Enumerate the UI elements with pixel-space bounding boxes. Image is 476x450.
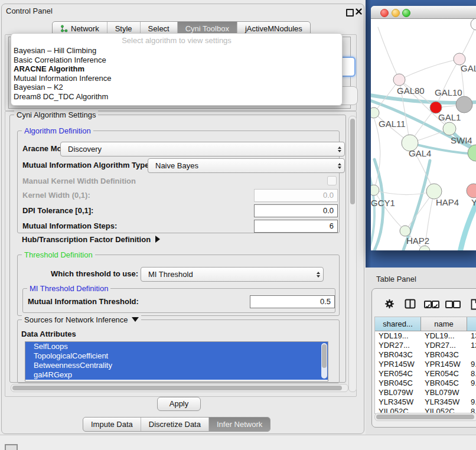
settings-hscroll-thumb[interactable]	[12, 386, 342, 390]
table-cell[interactable]: YBR045C	[375, 379, 421, 388]
network-node[interactable]	[456, 96, 472, 113]
table-cell[interactable]: 9.	[467, 397, 476, 407]
network-node[interactable]	[371, 107, 379, 118]
table-row[interactable]: YBL079WYBL079W	[375, 388, 476, 397]
attribute-list-item[interactable]: TopologicalCoefficient	[25, 351, 328, 361]
attribute-list-item[interactable]: SelfLoops	[25, 342, 328, 351]
table-cell[interactable]: 13	[467, 331, 476, 341]
algorithm-option[interactable]: Mutual Information Inference	[11, 74, 342, 83]
zoom-traffic-light[interactable]	[402, 9, 410, 17]
algorithm-option[interactable]: ARACNE Algorithm	[11, 64, 342, 74]
network-node[interactable]	[393, 74, 405, 86]
table-cell[interactable]: YDR27...	[421, 341, 467, 350]
manual-kernel-checkbox[interactable]	[327, 176, 337, 185]
table-hscroll-thumb[interactable]	[376, 415, 474, 419]
algorithm-option[interactable]: Basic Correlation Inference	[11, 56, 342, 65]
table-cell[interactable]: YDR27...	[375, 341, 421, 350]
table-cell[interactable]: YLR345W	[421, 397, 467, 407]
tab-discretize-data[interactable]: Discretize Data	[141, 418, 208, 431]
table-cell[interactable]: YLR345W	[375, 397, 421, 407]
minimized-panel-icon[interactable]	[5, 444, 18, 450]
table-row[interactable]: YBR043CYBR043C	[375, 350, 476, 360]
kernel-width-field[interactable]: 0.0	[254, 189, 338, 202]
node-table[interactable]: shared...nameA YDL19...YDL19...13YDR27..…	[374, 317, 476, 414]
checked-checkbox-icon[interactable]	[432, 301, 439, 308]
float-window-icon[interactable]	[346, 9, 354, 17]
table-cell[interactable]: YBR043C	[375, 350, 421, 360]
network-edge[interactable]	[399, 59, 459, 80]
close-traffic-light[interactable]	[380, 9, 389, 17]
algorithm-option[interactable]: Dream8 DC_TDC Algorithm	[11, 92, 342, 102]
table-cell[interactable]: YBL079W	[375, 388, 421, 397]
mi-threshold-field[interactable]: 0.5	[250, 295, 335, 308]
column-header[interactable]: A	[467, 317, 476, 331]
table-row[interactable]: YDR27...YDR27...12	[375, 341, 476, 350]
table-cell[interactable]: 9.	[467, 379, 476, 388]
mi-steps-field[interactable]: 6	[254, 220, 338, 233]
gear-icon[interactable]	[384, 299, 395, 311]
settings-vertical-scrollbar[interactable]	[348, 116, 357, 392]
settings-vscroll-thumb[interactable]	[350, 119, 355, 204]
which-threshold-combo[interactable]: MI Threshold	[141, 267, 324, 282]
table-cell[interactable]: YDL19...	[375, 331, 421, 341]
network-edge[interactable]	[378, 27, 399, 80]
table-row[interactable]: YPR145WYPR145W9.	[375, 360, 476, 369]
table-cell[interactable]: YBL079W	[421, 388, 467, 397]
data-attributes-list[interactable]: SelfLoopsTopologicalCoefficientBetweenne…	[25, 341, 328, 381]
aracne-mode-combo[interactable]: Discovery	[60, 142, 345, 156]
hub-definition-toggle[interactable]: Hub/Transcription Factor Definition	[22, 235, 160, 244]
network-node[interactable]	[419, 246, 430, 250]
column-header[interactable]: name	[421, 317, 467, 331]
column-header[interactable]: shared...	[375, 317, 421, 331]
network-node[interactable]	[443, 122, 456, 135]
apply-button[interactable]: Apply	[157, 397, 201, 411]
network-node[interactable]	[371, 185, 379, 195]
close-panel-icon[interactable]	[355, 8, 363, 15]
table-cell[interactable]: YER054C	[421, 369, 467, 379]
unchecked-checkbox-icon[interactable]	[445, 301, 453, 308]
list-scrollbar-thumb[interactable]	[322, 344, 327, 368]
split-columns-icon[interactable]	[405, 299, 416, 311]
network-node[interactable]	[400, 226, 410, 236]
table-cell[interactable]	[467, 388, 476, 397]
network-node[interactable]	[430, 102, 442, 113]
table-cell[interactable]: 9.	[467, 360, 476, 369]
algorithm-option[interactable]: Bayesian – K2	[11, 83, 342, 92]
table-cell[interactable]: YDL19...	[421, 331, 467, 341]
tab-impute-data[interactable]: Impute Data	[83, 418, 141, 431]
table-cell[interactable]: YER054C	[375, 369, 421, 379]
table-cell[interactable]: YPR145W	[421, 360, 467, 369]
table-row[interactable]: YBR045CYBR045C9.	[375, 379, 476, 388]
table-cell[interactable]: YPR145W	[375, 360, 421, 369]
list-scrollbar[interactable]	[321, 343, 327, 379]
attribute-list-item[interactable]: BetweennessCentrality	[25, 361, 328, 370]
table-cell[interactable]: YBR045C	[421, 379, 467, 388]
network-window-titlebar[interactable]	[371, 6, 476, 19]
network-canvas[interactable]: GALGAL80GAL10GAL11GAL1SWI4GAL4GCY1HAP4YH…	[371, 19, 476, 250]
tab-infer-network[interactable]: Infer Network	[208, 418, 270, 431]
network-edge[interactable]	[436, 59, 459, 107]
unchecked-checkbox-icon[interactable]	[453, 301, 461, 308]
table-row[interactable]: YER054CYER054C8.	[375, 369, 476, 379]
algorithm-option[interactable]: Bayesian – Hill Climbing	[11, 46, 342, 56]
table-row[interactable]: YDL19...YDL19...13	[375, 331, 476, 341]
checked-checkbox-icon[interactable]	[424, 301, 432, 308]
settings-group-title: Cyni Algorithm Settings	[14, 110, 98, 119]
table-horizontal-scrollbar[interactable]	[374, 413, 476, 421]
network-edge[interactable]	[374, 190, 405, 231]
network-node[interactable]	[467, 184, 476, 198]
settings-horizontal-scrollbar[interactable]	[11, 384, 348, 392]
network-node[interactable]	[471, 19, 476, 30]
table-cell[interactable]: 12	[467, 341, 476, 350]
table-cell[interactable]: YBR043C	[421, 350, 467, 360]
sources-group-title[interactable]: Sources for Network Inference	[22, 315, 141, 324]
table-cell[interactable]	[467, 350, 476, 360]
dpi-tolerance-field[interactable]: 0.0	[254, 204, 338, 217]
page-icon[interactable]	[471, 299, 476, 312]
table-cell[interactable]: 8.	[467, 369, 476, 379]
mi-type-combo[interactable]: Naive Bayes	[148, 158, 345, 173]
minimize-traffic-light[interactable]	[392, 9, 400, 17]
attribute-list-item[interactable]: gal4RGexp	[25, 370, 328, 380]
table-row[interactable]: YLR345WYLR345W9.	[375, 397, 476, 407]
network-edge[interactable]	[371, 168, 374, 250]
